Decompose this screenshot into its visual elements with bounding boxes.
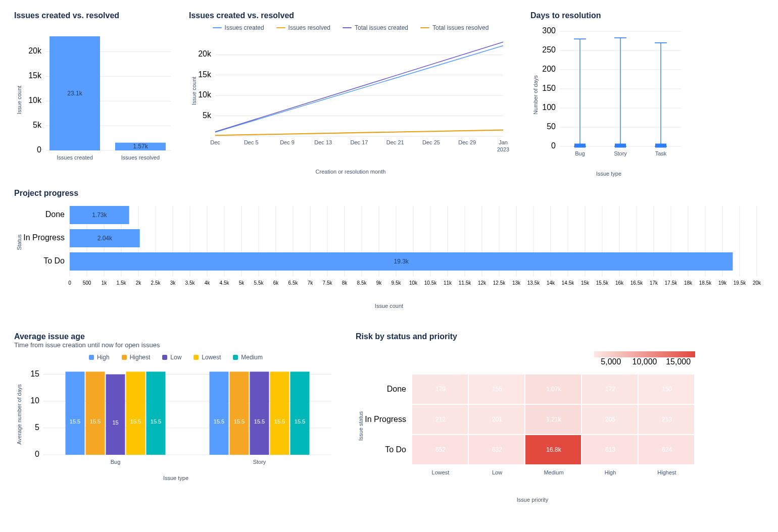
svg-text:1k: 1k bbox=[102, 280, 108, 286]
svg-text:10k: 10k bbox=[409, 280, 418, 286]
svg-text:12k: 12k bbox=[478, 280, 487, 286]
svg-text:9.5k: 9.5k bbox=[392, 280, 402, 286]
chart-title: Risk by status and priority bbox=[356, 332, 709, 341]
svg-text:To Do: To Do bbox=[43, 256, 65, 265]
svg-text:Lowest: Lowest bbox=[432, 469, 450, 475]
x-axis-label: Creation or resolution month bbox=[189, 169, 512, 175]
svg-text:Dec 25: Dec 25 bbox=[422, 139, 440, 145]
svg-text:250: 250 bbox=[542, 45, 556, 54]
svg-text:213: 213 bbox=[662, 416, 672, 423]
svg-text:19.5k: 19.5k bbox=[734, 280, 746, 286]
chart-title: Days to resolution bbox=[530, 11, 687, 20]
svg-text:15.5: 15.5 bbox=[234, 418, 245, 424]
svg-text:Story: Story bbox=[614, 150, 627, 156]
bar bbox=[106, 375, 125, 455]
svg-text:205: 205 bbox=[605, 416, 615, 423]
svg-text:1.5k: 1.5k bbox=[117, 280, 127, 286]
bar bbox=[66, 371, 85, 455]
svg-text:9k: 9k bbox=[376, 280, 382, 286]
svg-text:0: 0 bbox=[37, 145, 41, 154]
svg-text:18.5k: 18.5k bbox=[699, 280, 712, 286]
svg-text:50: 50 bbox=[547, 122, 556, 131]
svg-text:Dec 21: Dec 21 bbox=[386, 139, 404, 145]
svg-text:16k: 16k bbox=[615, 280, 624, 286]
legend-item[interactable]: High bbox=[89, 354, 110, 361]
svg-text:0: 0 bbox=[35, 450, 39, 458]
legend-item[interactable]: Lowest bbox=[193, 354, 221, 361]
chart-days-resolution: 050100150200250300BugStoryTask Number of… bbox=[530, 24, 687, 171]
legend-item[interactable]: Medium bbox=[233, 354, 263, 361]
bar bbox=[126, 371, 145, 455]
svg-text:7k: 7k bbox=[308, 280, 314, 286]
svg-text:14.5k: 14.5k bbox=[562, 280, 574, 286]
svg-text:2.5k: 2.5k bbox=[151, 280, 161, 286]
legend-item[interactable]: Highest bbox=[122, 354, 151, 361]
svg-text:Dec 9: Dec 9 bbox=[280, 139, 295, 145]
svg-text:Bug: Bug bbox=[111, 459, 121, 465]
svg-rect-50 bbox=[574, 143, 586, 147]
svg-text:16.5k: 16.5k bbox=[630, 280, 643, 286]
svg-text:Medium: Medium bbox=[544, 469, 563, 475]
chart-subtitle: Time from issue creation until now for o… bbox=[14, 341, 337, 349]
svg-text:15.5: 15.5 bbox=[90, 418, 101, 424]
svg-text:100: 100 bbox=[542, 103, 556, 112]
svg-text:5,000: 5,000 bbox=[601, 357, 621, 366]
svg-text:3k: 3k bbox=[170, 280, 176, 286]
svg-text:15,000: 15,000 bbox=[666, 357, 691, 366]
svg-text:8k: 8k bbox=[342, 280, 348, 286]
svg-text:Dec 29: Dec 29 bbox=[458, 139, 476, 145]
svg-text:1.21k: 1.21k bbox=[546, 416, 561, 423]
panel-issues-lines: Issues created vs. resolved Issues creat… bbox=[189, 6, 512, 177]
series-line bbox=[215, 46, 503, 132]
legend-item[interactable]: Total issues created bbox=[343, 24, 408, 31]
svg-text:652: 652 bbox=[435, 446, 446, 453]
svg-text:Jan: Jan bbox=[499, 139, 508, 145]
svg-text:15.5k: 15.5k bbox=[596, 280, 609, 286]
svg-text:19.3k: 19.3k bbox=[394, 258, 409, 265]
svg-text:300: 300 bbox=[542, 26, 556, 35]
svg-text:16.8k: 16.8k bbox=[546, 446, 561, 453]
y-axis-label: Issue status bbox=[358, 411, 364, 441]
svg-text:155: 155 bbox=[492, 386, 502, 393]
svg-text:1.57k: 1.57k bbox=[133, 143, 148, 150]
chart-issues-lines: 5k10k15k20kDecDec 5Dec 9Dec 13Dec 17Dec … bbox=[189, 35, 512, 167]
svg-text:500: 500 bbox=[83, 280, 91, 286]
panel-avg-issue-age: Average issue age Time from issue creati… bbox=[14, 327, 337, 503]
y-axis-label: Issue count bbox=[191, 77, 197, 105]
svg-text:4k: 4k bbox=[205, 280, 211, 286]
svg-text:5k: 5k bbox=[239, 280, 245, 286]
legend-item[interactable]: Total issues resolved bbox=[420, 24, 489, 31]
svg-text:14k: 14k bbox=[547, 280, 555, 286]
svg-text:150: 150 bbox=[662, 386, 672, 393]
svg-rect-60 bbox=[655, 143, 666, 147]
svg-text:Done: Done bbox=[45, 210, 65, 219]
svg-text:17.5k: 17.5k bbox=[665, 280, 677, 286]
legend-item[interactable]: Low bbox=[162, 354, 181, 361]
svg-text:20k: 20k bbox=[198, 49, 212, 58]
chart-issues-bar: 05k10k15k20k23.1kIssues created1.57kIssu… bbox=[14, 24, 171, 171]
chart-legend: HighHighestLowLowestMedium bbox=[14, 354, 337, 361]
svg-text:5k: 5k bbox=[33, 121, 42, 129]
bar bbox=[250, 371, 269, 455]
svg-text:624: 624 bbox=[662, 446, 672, 453]
svg-text:5: 5 bbox=[35, 423, 39, 432]
svg-text:To Do: To Do bbox=[385, 445, 406, 454]
panel-project-progress: Project progress 05001k1.5k2k2.5k3k3.5k4… bbox=[14, 189, 764, 309]
svg-text:20k: 20k bbox=[28, 46, 42, 55]
panel-issues-bar: Issues created vs. resolved 05k10k15k20k… bbox=[14, 6, 171, 177]
legend-item[interactable]: Issues resolved bbox=[276, 24, 330, 31]
svg-text:172: 172 bbox=[605, 386, 615, 393]
y-axis-label: Number of days bbox=[532, 75, 539, 115]
svg-text:12.5k: 12.5k bbox=[493, 280, 506, 286]
svg-text:15.5: 15.5 bbox=[70, 418, 80, 424]
legend-item[interactable]: Issues created bbox=[213, 24, 264, 31]
svg-text:In Progress: In Progress bbox=[365, 415, 406, 423]
svg-text:13k: 13k bbox=[512, 280, 521, 286]
svg-text:632: 632 bbox=[492, 446, 502, 453]
svg-text:23.1k: 23.1k bbox=[67, 90, 82, 97]
svg-text:Low: Low bbox=[492, 469, 502, 475]
svg-text:10,000: 10,000 bbox=[633, 357, 657, 366]
svg-text:15: 15 bbox=[30, 369, 39, 378]
svg-text:15k: 15k bbox=[581, 280, 590, 286]
svg-text:15k: 15k bbox=[198, 70, 212, 79]
